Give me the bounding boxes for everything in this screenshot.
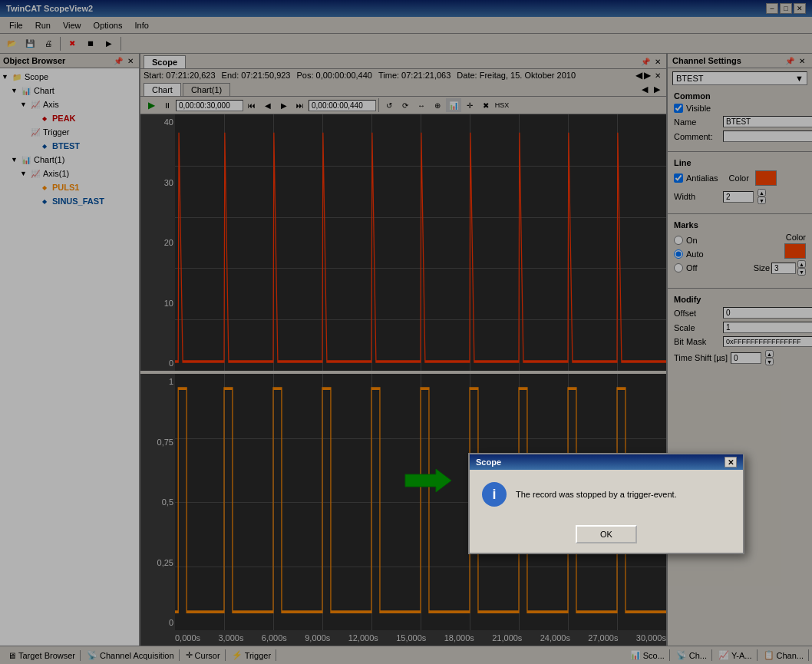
dialog-title: Scope: [476, 458, 501, 467]
dialog-message: The record was stopped by a trigger-even…: [516, 490, 677, 499]
dialog-close-btn[interactable]: ✕: [725, 457, 737, 467]
dialog-overlay: Scope ✕ i The record was stopped by a tr…: [0, 0, 812, 664]
dialog-ok-button[interactable]: OK: [576, 525, 637, 543]
dialog-titlebar: Scope ✕: [470, 454, 743, 470]
dialog-buttons: OK: [470, 519, 743, 553]
scope-dialog: Scope ✕ i The record was stopped by a tr…: [468, 453, 744, 554]
dialog-info-icon: i: [482, 482, 507, 507]
dialog-content: i The record was stopped by a trigger-ev…: [470, 470, 743, 519]
